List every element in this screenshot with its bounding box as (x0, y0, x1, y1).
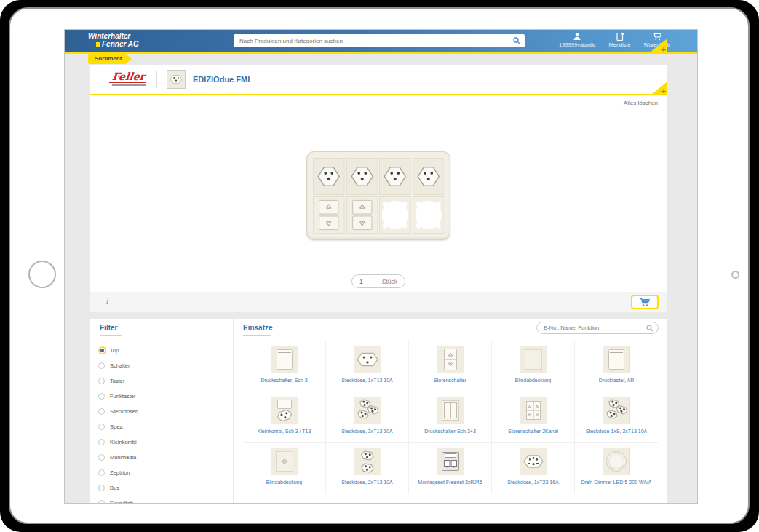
radio-button[interactable] (98, 362, 105, 369)
configurator-header: Feller EDIZIOdue FMI + (90, 65, 667, 95)
double-rocker-icon (437, 397, 464, 424)
filter-option[interactable]: Zeptrion (90, 465, 233, 480)
product-tile[interactable]: Blindabdeckung (243, 443, 326, 494)
user-icon (573, 32, 581, 41)
empty-cutout-module[interactable] (413, 196, 445, 234)
product-label: Montageset Freenet 2xRJ45 (418, 480, 482, 485)
product-label: Blindabdeckung (266, 480, 303, 485)
filter-panel: Filter TopSchalterTasterFunktasterSteckd… (90, 319, 233, 503)
account-menu[interactable]: 199999valantic (559, 32, 595, 48)
merkliste-icon (616, 32, 624, 41)
radio-button[interactable] (98, 469, 105, 476)
blank-cover-icon (520, 346, 547, 373)
filter-option[interactable]: Spez. (90, 419, 233, 434)
radio-button[interactable] (98, 393, 105, 400)
main-search-input[interactable] (234, 34, 525, 47)
feller-logo[interactable]: Feller (107, 70, 151, 86)
cart-icon (652, 32, 662, 41)
account-label: 199999valantic (559, 41, 595, 48)
faceplate-preview[interactable] (306, 151, 450, 240)
radio-button[interactable] (98, 346, 106, 354)
filter-option-label: Bus (110, 485, 119, 491)
storen-rocker-icon (437, 346, 464, 373)
socket-T13-module[interactable] (313, 158, 345, 195)
product-label: Druckschalter Sch 3+3 (424, 429, 476, 434)
quantity-input[interactable] (359, 278, 374, 285)
clear-all-link[interactable]: Alles löschen (624, 100, 658, 106)
radio-button[interactable] (98, 500, 105, 503)
product-tile[interactable]: Montageset Freenet 2xRJ45 (409, 443, 492, 494)
product-tile[interactable]: Storenschalter 2Kanal (492, 392, 575, 443)
rocker-icon (271, 346, 298, 373)
configurator-expand-corner[interactable]: + (652, 82, 667, 94)
merkliste-label: Merkliste (609, 41, 631, 48)
empty-cutout-module[interactable] (379, 196, 411, 234)
header-nav: 199999valantic Merkliste Warenkorb (559, 32, 670, 48)
winterhalter-fenner-logo[interactable]: Winterhalter Fenner AG (88, 32, 139, 48)
product-tile[interactable]: Steckdose, 2xT13 10A (326, 443, 409, 494)
info-icon[interactable]: i (106, 297, 108, 306)
search-icon[interactable] (513, 37, 520, 44)
tab-sortiment[interactable]: Sortiment (88, 54, 132, 64)
product-tile[interactable]: Kleinkombi, Sch 3 / T13 (243, 392, 326, 443)
product-grid: Druckschalter, Sch 3 Steckdose, 1xT13 10… (243, 341, 658, 494)
product-tile[interactable]: Blindabdeckung (492, 341, 575, 392)
filter-option[interactable]: Taster (90, 373, 233, 389)
product-label: Dreh-Dimmer LED 5-200 W/VA (581, 480, 652, 485)
inserts-search-input[interactable] (537, 322, 658, 333)
filter-option[interactable]: Kleinkombi (90, 434, 233, 450)
product-label: Storenschalter (434, 378, 466, 383)
filter-option[interactable]: Bus (90, 480, 233, 496)
product-tile[interactable]: Druckschalter, Sch 3 (243, 341, 326, 392)
storen-switch-module[interactable] (346, 196, 378, 234)
inserts-search (536, 322, 659, 334)
camera-dot (731, 271, 739, 279)
filter-option[interactable]: Schalter (90, 358, 233, 373)
product-tile[interactable]: Druckschalter Sch 3+3 (409, 392, 492, 443)
product-label: Steckdose 1xS, 3xT13 10A (586, 429, 647, 434)
product-tile[interactable]: Steckdose 1xS, 3xT13 10A (575, 392, 658, 443)
filter-option[interactable]: Fremdfab. (90, 496, 233, 503)
filter-option[interactable]: Top (90, 343, 233, 358)
socket-3xT13-icon (603, 397, 629, 424)
radio-button[interactable] (98, 408, 105, 415)
product-tile[interactable]: Steckdose, 1xT13 10A (326, 341, 409, 392)
filter-option-label: Multimedia (110, 454, 136, 461)
divider (156, 71, 157, 88)
quantity-box: Stück (351, 274, 405, 288)
socket-T13-module[interactable] (346, 158, 378, 195)
filter-option[interactable]: Funktaster (90, 389, 233, 404)
configurator-footer-bar: i (90, 292, 667, 312)
socket-1xT23-icon (520, 448, 547, 475)
radio-button[interactable] (98, 485, 105, 491)
preview-column (313, 158, 345, 234)
product-family-thumbnail[interactable] (167, 70, 186, 89)
rocker-icon (603, 346, 629, 373)
filter-option[interactable]: Steckdosen (90, 404, 233, 419)
add-to-cart-button[interactable] (631, 295, 659, 309)
storen-switch-module[interactable] (313, 196, 345, 234)
filter-option-label: Kleinkombi (110, 439, 137, 445)
radio-button[interactable] (98, 454, 105, 461)
radio-button[interactable] (98, 424, 105, 430)
merkliste-button[interactable]: Merkliste (609, 32, 631, 48)
search-icon[interactable] (646, 325, 653, 332)
radio-button[interactable] (98, 378, 105, 384)
product-label: Drucktaster, AR (599, 378, 635, 383)
configurator-title: EDIZIOdue FMI (193, 75, 250, 84)
filter-option[interactable]: Multimedia (90, 450, 233, 465)
socket-1xT13-icon (354, 346, 381, 373)
socket-T13-module[interactable] (413, 158, 445, 195)
product-tile[interactable]: Steckdose, 1xT23 16A (492, 443, 575, 494)
quantity-unit: Stück (382, 278, 397, 285)
filter-option-label: Top (110, 347, 119, 354)
product-tile[interactable]: Storenschalter (409, 341, 492, 392)
product-tile[interactable]: Steckdose, 3xT13 10A (326, 392, 409, 443)
product-tile[interactable]: Dreh-Dimmer LED 5-200 W/VA (575, 443, 658, 494)
app-header: Winterhalter Fenner AG 199999valantic (65, 30, 697, 54)
socket-T13-module[interactable] (379, 158, 411, 195)
filter-option-label: Spez. (110, 424, 124, 430)
product-tile[interactable]: Drucktaster, AR (575, 341, 658, 392)
kleinkombi-icon (271, 397, 298, 424)
radio-button[interactable] (98, 439, 105, 445)
